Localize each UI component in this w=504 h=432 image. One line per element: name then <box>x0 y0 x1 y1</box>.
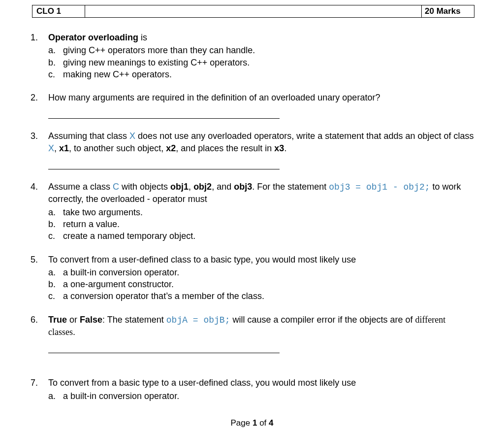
stem-part: objA = objB; <box>166 315 230 325</box>
stem-part: x1 <box>59 143 69 153</box>
question-item: How many arguments are required in the d… <box>30 92 474 119</box>
question-item: To convert from a user-defined class to … <box>30 254 474 302</box>
stem-part: with objects <box>119 182 170 192</box>
question-item: Operator overloading isgiving C++ operat… <box>30 32 474 80</box>
option-item: a built-in conversion operator. <box>48 266 474 278</box>
options-list: a built-in conversion operator. <box>48 390 474 402</box>
option-item: a one-argument constructor. <box>48 278 474 290</box>
page: CLO 1 20 Marks Operator overloading isgi… <box>0 0 504 402</box>
option-item: making new C++ operators. <box>48 68 474 80</box>
footer-total: 4 <box>269 418 273 428</box>
option-item: create a named temporary object. <box>48 230 474 242</box>
question-stem: To convert from a basic type to a user-d… <box>48 377 474 389</box>
stem-part: . <box>284 143 286 153</box>
stem-part: False <box>80 315 102 325</box>
answer-blank-line <box>48 118 280 119</box>
option-item: giving new meanings to existing C++ oper… <box>48 57 474 68</box>
header-clo-cell: CLO 1 <box>32 5 85 18</box>
answer-blank-line <box>48 169 280 169</box>
option-item: giving C++ operators more than they can … <box>48 44 474 56</box>
stem-part: , <box>54 143 59 153</box>
stem-part: obj1 <box>170 182 189 192</box>
stem-part: Operator overloading <box>48 33 138 42</box>
stem-part: To convert from a user-defined class to … <box>48 255 356 265</box>
footer-prefix: Page <box>231 418 252 428</box>
stem-part: will cause a compiler error if the objec… <box>230 315 415 325</box>
header-spacer <box>85 5 421 18</box>
stem-part: x3 <box>274 143 284 153</box>
stem-part: C <box>113 182 119 192</box>
question-item: Assume a class C with objects obj1, obj2… <box>30 181 474 242</box>
question-stem: How many arguments are required in the d… <box>48 92 474 103</box>
stem-part: , and <box>212 182 234 192</box>
option-item: a conversion operator that’s a member of… <box>48 290 474 302</box>
options-list: take two arguments.return a value.create… <box>48 206 474 242</box>
question-item: Assuming that class X does not use any o… <box>30 130 474 169</box>
question-list: Operator overloading isgiving C++ operat… <box>30 32 474 402</box>
question-stem: True or False: The statement objA = objB… <box>48 314 474 338</box>
stem-part: X <box>48 143 54 153</box>
question-item: To convert from a basic type to a user-d… <box>30 377 474 402</box>
answer-blank-line <box>48 353 280 353</box>
stem-part: . For the statement <box>252 182 329 192</box>
header-row: CLO 1 20 Marks <box>32 5 474 18</box>
stem-part: , and places the result in <box>176 143 274 153</box>
question-stem: Operator overloading is <box>48 32 474 43</box>
stem-part: Assume a class <box>48 182 113 192</box>
question-stem: Assuming that class X does not use any o… <box>48 130 474 154</box>
stem-part: x2 <box>166 143 176 153</box>
stem-part: X <box>129 131 135 141</box>
question-stem: To convert from a user-defined class to … <box>48 254 474 266</box>
stem-part: obj2 <box>193 182 212 192</box>
stem-part: True <box>48 315 67 325</box>
stem-part: or <box>67 315 80 325</box>
question-item: True or False: The statement objA = objB… <box>30 314 474 354</box>
stem-part: obj3 = obj1 - obj2; <box>329 182 430 192</box>
footer-current: 1 <box>252 418 257 428</box>
stem-part: does not use any overloaded operators, w… <box>135 131 473 141</box>
stem-part: , to another such object, <box>69 143 166 153</box>
stem-part: obj3 <box>234 182 252 192</box>
page-footer: Page 1 of 4 <box>0 418 504 428</box>
option-item: return a value. <box>48 218 474 230</box>
stem-part: is <box>138 33 147 42</box>
options-list: giving C++ operators more than they can … <box>48 44 474 80</box>
stem-part: : The statement <box>102 315 166 325</box>
options-list: a built-in conversion operator.a one-arg… <box>48 266 474 302</box>
option-item: a built-in conversion operator. <box>48 390 474 402</box>
option-item: take two arguments. <box>48 206 474 218</box>
stem-part: . <box>73 327 75 337</box>
footer-middle: of <box>257 418 269 428</box>
question-stem: Assume a class C with objects obj1, obj2… <box>48 181 474 205</box>
header-marks-cell: 20 Marks <box>421 5 474 18</box>
stem-part: Assuming that class <box>48 131 129 141</box>
stem-part: To convert from a basic type to a user-d… <box>48 378 356 388</box>
stem-part: How many arguments are required in the d… <box>48 93 380 102</box>
stem-part: , <box>189 182 193 192</box>
